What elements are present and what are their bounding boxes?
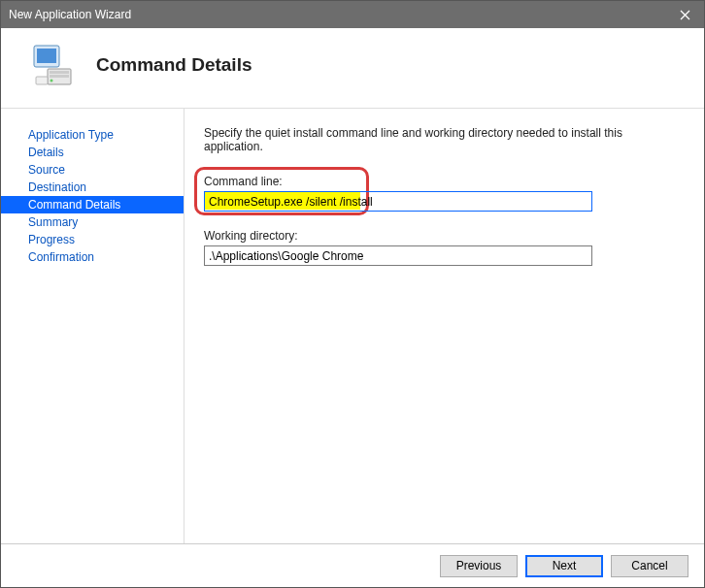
sidebar-item-label: Source: [28, 163, 65, 177]
sidebar-item-label: Progress: [28, 233, 75, 246]
sidebar-item-confirmation[interactable]: Confirmation: [1, 248, 184, 266]
wizard-content: Specify the quiet install command line a…: [184, 109, 704, 543]
sidebar-item-summary[interactable]: Summary: [1, 213, 184, 231]
computer-icon: [28, 42, 75, 88]
close-icon: [680, 10, 690, 20]
instruction-text: Specify the quiet install command line a…: [204, 126, 681, 153]
svg-point-5: [50, 80, 53, 82]
sidebar-item-label: Command Details: [28, 198, 120, 212]
next-button[interactable]: Next: [525, 555, 603, 577]
sidebar-item-source[interactable]: Source: [1, 161, 184, 179]
titlebar: New Application Wizard: [1, 1, 704, 28]
sidebar-item-label: Summary: [28, 215, 78, 229]
close-button[interactable]: [665, 1, 704, 28]
sidebar-item-label: Details: [28, 146, 64, 159]
wizard-sidebar: Application Type Details Source Destinat…: [1, 109, 184, 543]
svg-rect-6: [36, 77, 48, 84]
wizard-body: Application Type Details Source Destinat…: [1, 109, 704, 543]
sidebar-item-application-type[interactable]: Application Type: [1, 126, 184, 144]
sidebar-item-command-details[interactable]: Command Details: [1, 196, 184, 213]
sidebar-item-progress[interactable]: Progress: [1, 231, 184, 248]
wizard-footer: Previous Next Cancel: [1, 543, 704, 587]
sidebar-item-label: Application Type: [28, 128, 114, 142]
sidebar-item-label: Destination: [28, 180, 86, 194]
svg-rect-4: [50, 75, 69, 78]
wizard-header: Command Details: [1, 28, 704, 109]
cancel-button[interactable]: Cancel: [611, 555, 688, 577]
previous-button[interactable]: Previous: [440, 555, 518, 577]
working-directory-input[interactable]: [204, 245, 592, 266]
command-line-input[interactable]: [204, 191, 592, 212]
page-title: Command Details: [96, 54, 252, 76]
sidebar-item-destination[interactable]: Destination: [1, 179, 184, 196]
command-line-group: Command line:: [204, 175, 681, 212]
working-directory-label: Working directory:: [204, 229, 681, 243]
sidebar-item-details[interactable]: Details: [1, 144, 184, 161]
sidebar-item-label: Confirmation: [28, 250, 94, 264]
working-directory-group: Working directory:: [204, 229, 681, 266]
svg-rect-1: [37, 49, 56, 63]
svg-rect-3: [50, 71, 69, 74]
command-line-label: Command line:: [204, 175, 681, 188]
window-title: New Application Wizard: [9, 8, 665, 21]
